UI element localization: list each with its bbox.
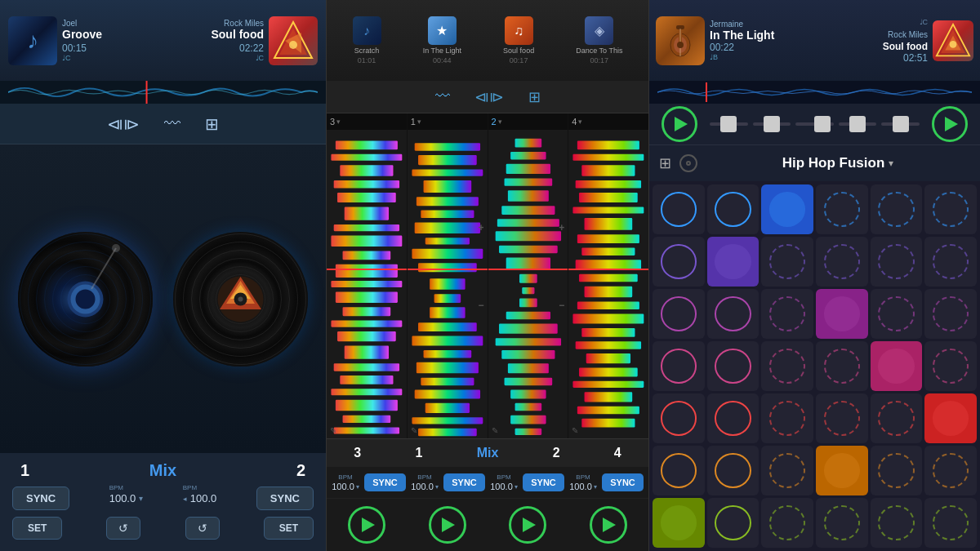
pad-r0-c2[interactable] (761, 184, 813, 234)
middle-grid-icon[interactable]: ⊞ (528, 88, 541, 106)
right-play-btn-1[interactable] (662, 106, 697, 142)
play-btn-3[interactable] (348, 506, 385, 544)
svg-rect-30 (336, 141, 398, 150)
pad-r2-c1[interactable] (707, 289, 760, 339)
svg-rect-86 (519, 299, 537, 308)
play-btn-1[interactable] (429, 506, 466, 544)
pad-r0-c3[interactable] (816, 184, 868, 234)
pad-r3-c5[interactable] (924, 341, 977, 391)
sync-btn-mid-2[interactable]: SYNC (523, 473, 564, 491)
sync-btn-mid-3[interactable]: SYNC (364, 473, 406, 491)
pad-r4-c5[interactable] (924, 393, 977, 443)
pad-r5-c4[interactable] (871, 446, 923, 495)
track-title-1: Groove (62, 28, 161, 41)
pad-r5-c3[interactable] (816, 446, 868, 495)
pad-r1-c4[interactable] (871, 237, 923, 287)
fader-4[interactable] (839, 122, 877, 126)
col-mix-header: 2 ▾ (488, 113, 568, 130)
play-btn-2[interactable] (590, 506, 627, 544)
bpm-num-1: 100.0 (411, 482, 434, 491)
pad-r6-c1[interactable] (707, 498, 760, 548)
pad-ring-r2-c0 (661, 296, 697, 331)
play-btn-mix[interactable] (509, 506, 546, 544)
pad-r0-c1[interactable] (707, 184, 760, 234)
middle-sliders-icon[interactable]: ⧏⧐ (474, 88, 504, 106)
mode-circle-btn[interactable] (679, 154, 697, 172)
pad-r2-c2[interactable] (761, 289, 813, 339)
right-secondary-artist: Rock Miles (888, 30, 928, 39)
turntable-1[interactable] (18, 232, 153, 367)
pad-r4-c2[interactable] (761, 393, 813, 443)
pad-r6-c2[interactable] (761, 498, 813, 548)
grid-btn-right[interactable]: ⊞ (659, 154, 671, 172)
pad-r6-c5[interactable] (924, 498, 977, 548)
pad-r3-c0[interactable] (653, 341, 705, 391)
set-btn-2[interactable]: SET (264, 517, 314, 540)
pad-r2-c0[interactable] (653, 289, 705, 339)
pad-ring-r5-c4 (878, 453, 915, 488)
pad-r6-c0[interactable] (653, 498, 705, 548)
fader-thumb-2[interactable] (764, 116, 780, 132)
pad-ring-r6-c3 (824, 505, 861, 540)
right-secondary-title: Soul food (883, 41, 928, 52)
pad-r4-c3[interactable] (816, 393, 868, 443)
svg-rect-55 (423, 180, 471, 193)
fader-thumb-1[interactable] (720, 116, 737, 132)
loop-btn-2[interactable]: ↺ (185, 517, 220, 540)
pad-r5-c5[interactable] (924, 446, 977, 495)
pad-r1-c2[interactable] (761, 237, 813, 287)
fader-3[interactable] (795, 122, 834, 126)
left-wave-icon[interactable]: 〰 (164, 114, 180, 133)
sync-btn-mid-4[interactable]: SYNC (602, 473, 644, 491)
right-play-btn-2[interactable] (932, 106, 968, 142)
genre-arrow[interactable]: ▾ (889, 158, 893, 169)
pad-r5-c0[interactable] (653, 446, 705, 495)
pad-r6-c4[interactable] (871, 498, 923, 548)
pad-r0-c0[interactable] (653, 184, 705, 234)
sync-btn-mid-1[interactable]: SYNC (443, 473, 485, 491)
svg-rect-82 (499, 246, 558, 253)
turntable-2[interactable] (173, 232, 308, 367)
pad-r2-c3[interactable] (816, 289, 868, 339)
pad-r5-c2[interactable] (761, 446, 813, 495)
pad-r0-c4[interactable] (871, 184, 923, 234)
right-artist: Jermaine (710, 20, 878, 29)
svg-rect-100 (576, 180, 641, 188)
fader-thumb-3[interactable] (814, 116, 831, 132)
pad-r0-c5[interactable] (924, 184, 977, 234)
pad-r1-c3[interactable] (816, 237, 868, 287)
pad-r2-c5[interactable] (924, 289, 977, 339)
pad-r3-c2[interactable] (761, 341, 813, 391)
pad-r6-c3[interactable] (816, 498, 868, 548)
pad-r1-c5[interactable] (924, 237, 977, 287)
pad-r4-c4[interactable] (871, 393, 923, 443)
svg-rect-68 (416, 362, 479, 374)
pad-r3-c4[interactable] (871, 341, 923, 391)
svg-rect-52 (414, 143, 479, 150)
spectrum-1 (408, 130, 488, 438)
pad-r1-c0[interactable] (653, 237, 705, 287)
pad-r4-c0[interactable] (653, 393, 705, 443)
middle-wave-icon[interactable]: 〰 (435, 88, 450, 105)
middle-panel: ♪ Scratch 01:01 ★ In The Light 00:44 ♫ S… (327, 0, 649, 551)
pad-r4-c1[interactable] (707, 393, 760, 443)
waveform-col-4: 4 ▾ (568, 113, 648, 438)
sync-btn-1[interactable]: SYNC (12, 487, 69, 510)
right-play-triangle-2 (945, 117, 958, 131)
pad-r3-c3[interactable] (816, 341, 868, 391)
left-sliders-icon[interactable]: ⧏⧐ (107, 114, 140, 134)
set-btn-1[interactable]: SET (12, 517, 62, 540)
pad-r2-c4[interactable] (871, 289, 923, 339)
left-grid-icon[interactable]: ⊞ (205, 114, 219, 134)
fader-1[interactable] (710, 122, 748, 126)
pad-r1-c1[interactable] (707, 237, 760, 287)
pad-r5-c1[interactable] (707, 446, 760, 495)
sync-btn-2[interactable]: SYNC (256, 487, 314, 510)
bpm-row-2: 100.0 ▾ (490, 482, 518, 491)
fader-thumb-4[interactable] (849, 116, 866, 132)
fader-thumb-5[interactable] (893, 116, 909, 132)
fader-5[interactable] (881, 122, 920, 126)
pad-r3-c1[interactable] (707, 341, 760, 391)
loop-btn-1[interactable]: ↺ (106, 517, 140, 540)
fader-2[interactable] (753, 122, 791, 126)
